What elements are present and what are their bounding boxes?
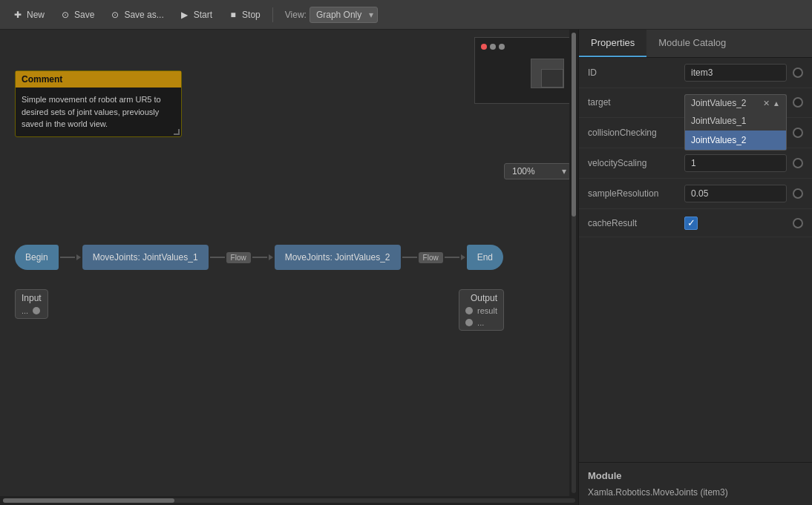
canvas-vscroll[interactable] bbox=[569, 30, 578, 496]
prop-row-sample: sampleResolution bbox=[579, 179, 812, 209]
target-option-2-label: JointValues_2 bbox=[691, 135, 747, 145]
flow-arrowhead-3 bbox=[461, 254, 465, 260]
input-label: Input bbox=[22, 293, 42, 303]
tab-module-catalog-label: Module Catalog bbox=[658, 37, 726, 48]
flow-line-4 bbox=[402, 257, 417, 258]
prop-id-value-wrap bbox=[684, 64, 787, 82]
comment-box: Comment Simple movement of robot arm UR5… bbox=[15, 70, 182, 137]
stop-label: Stop bbox=[242, 10, 261, 20]
dropdown-arrow-icon: ▲ bbox=[773, 99, 780, 108]
prop-velocity-value-wrap bbox=[684, 154, 787, 172]
node-end-label: End bbox=[477, 252, 493, 263]
tab-module-catalog[interactable]: Module Catalog bbox=[646, 30, 738, 57]
prop-id-input[interactable] bbox=[684, 64, 787, 82]
output-extra-row: ... bbox=[465, 318, 497, 327]
properties-panel: Properties Module Catalog ID target bbox=[578, 30, 812, 505]
prop-velocity-radio[interactable] bbox=[793, 158, 803, 168]
output-box: Output result ... bbox=[459, 289, 504, 331]
stop-button[interactable]: ■ Stop bbox=[221, 6, 266, 24]
zoom-control: 50% 75% 100% 125% 150% 200% bbox=[504, 163, 571, 179]
start-icon: ▶ bbox=[179, 9, 191, 21]
target-option-1[interactable]: JointValues_1 bbox=[685, 111, 786, 131]
flow-arrowhead bbox=[76, 254, 81, 260]
output-label: Output bbox=[465, 293, 497, 303]
prop-id-label: ID bbox=[588, 67, 684, 78]
output-result-dot bbox=[465, 307, 473, 314]
node-move2-label: MoveJoints: JointValues_2 bbox=[285, 252, 390, 263]
flow-connector-3: Flow bbox=[401, 252, 467, 263]
prop-velocity-input[interactable] bbox=[684, 154, 787, 172]
node-move1-label: MoveJoints: JointValues_1 bbox=[93, 252, 198, 263]
start-button[interactable]: ▶ Start bbox=[173, 6, 218, 24]
start-label: Start bbox=[194, 10, 212, 20]
prop-row-target: target JointValues_2 ✕ ▲ JointValues bbox=[579, 88, 812, 118]
prop-velocity-label: velocityScaling bbox=[588, 158, 684, 168]
tab-properties[interactable]: Properties bbox=[579, 30, 646, 57]
dropdown-clear-button[interactable]: ✕ bbox=[760, 99, 773, 108]
target-option-2[interactable]: JointValues_2 bbox=[685, 131, 786, 150]
prop-cache-value-wrap: ✓ bbox=[684, 217, 787, 230]
saveas-button[interactable]: ⊙ Save as... bbox=[103, 6, 169, 24]
node-begin[interactable]: Begin bbox=[15, 245, 59, 270]
minimap-dot-gray1 bbox=[490, 44, 496, 50]
output-extra-dot bbox=[465, 319, 473, 326]
node-begin-label: Begin bbox=[25, 252, 48, 263]
canvas-area[interactable]: 50% 75% 100% 125% 150% 200% Comment Simp… bbox=[0, 30, 578, 505]
output-result-label: result bbox=[477, 306, 497, 315]
zoom-select[interactable]: 50% 75% 100% 125% 150% 200% bbox=[504, 163, 571, 179]
flow-label-1: Flow bbox=[226, 252, 251, 263]
prop-row-velocity: velocityScaling bbox=[579, 148, 812, 179]
view-label: View: bbox=[285, 10, 307, 20]
input-dot bbox=[33, 307, 40, 314]
target-dropdown[interactable]: JointValues_2 ✕ ▲ JointValues_1 JointVal… bbox=[684, 94, 787, 111]
prop-id-radio[interactable] bbox=[793, 67, 803, 78]
prop-cache-radio[interactable] bbox=[793, 218, 803, 228]
hscroll-thumb[interactable] bbox=[3, 498, 174, 503]
prop-sample-radio[interactable] bbox=[793, 188, 803, 199]
node-move-2[interactable]: MoveJoints: JointValues_2 bbox=[275, 245, 401, 270]
save-icon: ⊙ bbox=[59, 9, 71, 21]
prop-sample-input[interactable] bbox=[684, 185, 787, 202]
vscroll-thumb[interactable] bbox=[572, 33, 576, 217]
node-move-1[interactable]: MoveJoints: JointValues_1 bbox=[82, 245, 209, 270]
output-result-row: result bbox=[465, 306, 497, 315]
target-dropdown-selected[interactable]: JointValues_2 ✕ ▲ bbox=[684, 94, 787, 111]
comment-body: Simple movement of robot arm UR5 to desi… bbox=[16, 88, 181, 136]
flow-line bbox=[60, 257, 75, 258]
new-button[interactable]: ✚ New bbox=[6, 6, 50, 24]
input-port-label: ... bbox=[22, 306, 28, 315]
comment-header: Comment bbox=[16, 71, 181, 88]
flow-line-5 bbox=[445, 257, 459, 258]
saveas-icon: ⊙ bbox=[109, 9, 121, 21]
prop-cache-checkbox[interactable]: ✓ bbox=[684, 217, 698, 230]
minimap-dots bbox=[481, 44, 505, 50]
new-icon: ✚ bbox=[12, 9, 24, 21]
flow-line-3 bbox=[252, 257, 267, 258]
vscroll-track bbox=[572, 33, 576, 493]
flow-label-2: Flow bbox=[419, 252, 443, 263]
view-select-wrap: Graph Only Code Only Split View bbox=[310, 7, 378, 23]
minimap-dot-red bbox=[481, 44, 487, 50]
prop-collision-label: collisionChecking bbox=[588, 128, 684, 138]
prop-collision-radio[interactable] bbox=[793, 128, 803, 138]
minimap-shape-inner bbox=[541, 69, 563, 88]
minimap-shape bbox=[531, 59, 564, 88]
save-button[interactable]: ⊙ Save bbox=[53, 6, 100, 24]
toolbar-separator bbox=[272, 7, 273, 22]
save-label: Save bbox=[74, 10, 94, 20]
node-end[interactable]: End bbox=[467, 245, 503, 270]
props-content: ID target JointValues_2 ✕ bbox=[579, 58, 812, 462]
comment-title: Comment bbox=[22, 74, 62, 85]
prop-target-label: target bbox=[588, 94, 684, 108]
canvas-hscroll[interactable] bbox=[0, 496, 578, 505]
flow-line-2 bbox=[210, 257, 225, 258]
input-port-row: ... bbox=[22, 306, 42, 315]
prop-target-radio[interactable] bbox=[793, 97, 803, 108]
hscroll-track bbox=[3, 498, 575, 503]
view-select[interactable]: Graph Only Code Only Split View bbox=[310, 7, 378, 23]
flow-connector-1 bbox=[59, 254, 82, 260]
tab-properties-label: Properties bbox=[591, 37, 635, 48]
module-header: Module bbox=[588, 470, 803, 481]
comment-resize-handle[interactable] bbox=[174, 129, 180, 135]
dropdown-selected-inner: JointValues_2 bbox=[691, 98, 760, 108]
